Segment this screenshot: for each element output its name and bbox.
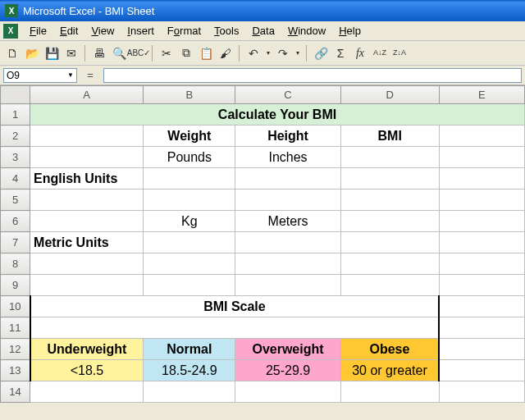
cell-A1[interactable]: Calculate Your BMI: [30, 104, 525, 126]
cell-A6[interactable]: [30, 211, 144, 232]
cell-B4[interactable]: [144, 168, 235, 189]
spellcheck-icon[interactable]: ABC✓: [130, 44, 148, 62]
format-painter-icon[interactable]: 🖌: [217, 44, 235, 62]
cell-A9[interactable]: [30, 275, 144, 296]
cell-E13[interactable]: [439, 360, 524, 381]
cell-A7[interactable]: Metric Units: [30, 232, 144, 253]
cell-C2[interactable]: Height: [235, 126, 340, 147]
menu-file[interactable]: File: [23, 23, 53, 39]
menu-insert[interactable]: Insert: [121, 23, 161, 39]
row-header-10[interactable]: 10: [1, 296, 30, 317]
row-header-12[interactable]: 12: [1, 339, 30, 360]
col-header-D[interactable]: D: [340, 86, 439, 104]
col-header-B[interactable]: B: [144, 86, 235, 104]
cell-D4[interactable]: [340, 168, 439, 189]
cell-B5[interactable]: [144, 189, 235, 211]
autosum-icon[interactable]: Σ: [331, 44, 349, 62]
menu-data[interactable]: Data: [245, 23, 281, 39]
function-icon[interactable]: fx: [351, 44, 369, 62]
row-header-2[interactable]: 2: [1, 126, 30, 147]
cell-C13[interactable]: 25-29.9: [235, 360, 340, 381]
cell-B9[interactable]: [144, 275, 235, 296]
menu-help[interactable]: Help: [332, 23, 368, 39]
print-icon[interactable]: 🖶: [90, 44, 108, 62]
row-header-14[interactable]: 14: [1, 381, 30, 403]
spreadsheet-grid[interactable]: A B C D E 1 Calculate Your BMI 2 Weight …: [0, 85, 525, 403]
copy-icon[interactable]: ⧉: [177, 44, 195, 62]
name-box[interactable]: O9 ▼: [3, 68, 77, 83]
hyperlink-icon[interactable]: 🔗: [312, 44, 330, 62]
cell-D7[interactable]: [340, 232, 439, 253]
cell-E7[interactable]: [439, 232, 524, 253]
col-header-C[interactable]: C: [235, 86, 340, 104]
chevron-down-icon[interactable]: ▼: [67, 71, 74, 79]
cell-A11[interactable]: [30, 317, 440, 339]
redo-dropdown-icon[interactable]: ▾: [294, 44, 302, 62]
cell-D5[interactable]: [340, 189, 439, 211]
cell-C4[interactable]: [235, 168, 340, 189]
row-header-13[interactable]: 13: [1, 360, 30, 381]
formula-bar[interactable]: [103, 68, 522, 83]
cell-C9[interactable]: [235, 275, 340, 296]
cell-E10[interactable]: [439, 296, 524, 317]
cell-D9[interactable]: [340, 275, 439, 296]
row-header-6[interactable]: 6: [1, 211, 30, 232]
cell-E3[interactable]: [439, 147, 524, 168]
cell-E5[interactable]: [439, 189, 524, 211]
email-icon[interactable]: ✉: [62, 44, 80, 62]
row-header-5[interactable]: 5: [1, 189, 30, 211]
cell-E6[interactable]: [439, 211, 524, 232]
menu-view[interactable]: View: [84, 23, 121, 39]
col-header-E[interactable]: E: [439, 86, 524, 104]
row-header-8[interactable]: 8: [1, 253, 30, 275]
cell-C5[interactable]: [235, 189, 340, 211]
redo-icon[interactable]: ↷: [274, 44, 292, 62]
cell-A12[interactable]: Underweight: [30, 339, 144, 360]
cell-B2[interactable]: Weight: [144, 126, 235, 147]
cell-C8[interactable]: [235, 253, 340, 275]
cell-C6[interactable]: Meters: [235, 211, 340, 232]
row-header-1[interactable]: 1: [1, 104, 30, 126]
cell-C12[interactable]: Overweight: [235, 339, 340, 360]
cell-A10[interactable]: BMI Scale: [30, 296, 440, 317]
select-all-corner[interactable]: [1, 86, 30, 104]
cell-E14[interactable]: [439, 381, 524, 403]
cell-D8[interactable]: [340, 253, 439, 275]
cell-C3[interactable]: Inches: [235, 147, 340, 168]
cell-A8[interactable]: [30, 253, 144, 275]
cell-B12[interactable]: Normal: [144, 339, 235, 360]
cell-E12[interactable]: [439, 339, 524, 360]
cell-C7[interactable]: [235, 232, 340, 253]
menu-window[interactable]: Window: [281, 23, 332, 39]
cell-D13[interactable]: 30 or greater: [340, 360, 439, 381]
cell-E4[interactable]: [439, 168, 524, 189]
row-header-9[interactable]: 9: [1, 275, 30, 296]
cell-B14[interactable]: [144, 381, 235, 403]
cell-B3[interactable]: Pounds: [144, 147, 235, 168]
save-icon[interactable]: 💾: [43, 44, 61, 62]
menu-format[interactable]: Format: [161, 23, 208, 39]
sort-desc-icon[interactable]: Z↓A: [390, 44, 409, 62]
cell-A3[interactable]: [30, 147, 144, 168]
cell-B7[interactable]: [144, 232, 235, 253]
cell-B8[interactable]: [144, 253, 235, 275]
cell-A13[interactable]: <18.5: [30, 360, 144, 381]
open-icon[interactable]: 📂: [23, 44, 41, 62]
row-header-3[interactable]: 3: [1, 147, 30, 168]
cell-C14[interactable]: [235, 381, 340, 403]
cell-A4[interactable]: English Units: [30, 168, 144, 189]
cell-E2[interactable]: [439, 126, 524, 147]
row-header-7[interactable]: 7: [1, 232, 30, 253]
menu-tools[interactable]: Tools: [208, 23, 245, 39]
cell-D14[interactable]: [340, 381, 439, 403]
row-header-11[interactable]: 11: [1, 317, 30, 339]
cell-D6[interactable]: [340, 211, 439, 232]
cell-B6[interactable]: Kg: [144, 211, 235, 232]
cell-E11[interactable]: [439, 317, 524, 339]
row-header-4[interactable]: 4: [1, 168, 30, 189]
cell-A5[interactable]: [30, 189, 144, 211]
menu-edit[interactable]: Edit: [53, 23, 84, 39]
sort-asc-icon[interactable]: A↓Z: [371, 44, 389, 62]
cell-D3[interactable]: [340, 147, 439, 168]
cell-A14[interactable]: [30, 381, 144, 403]
